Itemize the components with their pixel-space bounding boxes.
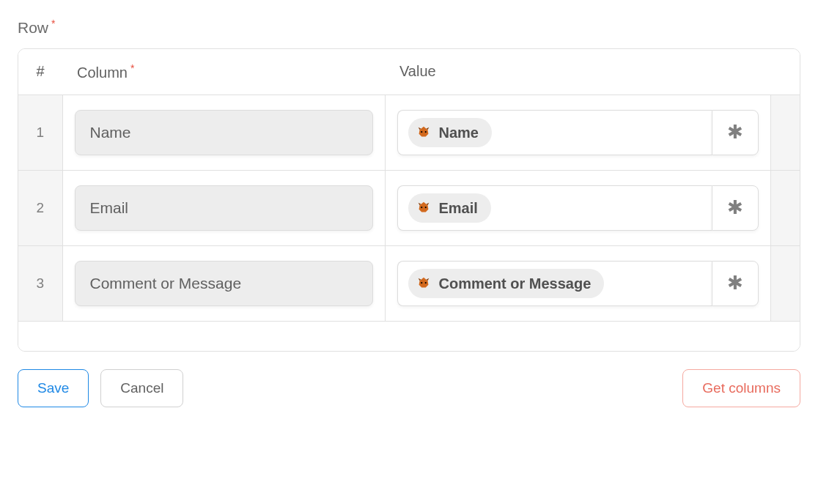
table-footer-spacer [18, 321, 800, 351]
column-input[interactable]: Comment or Message [75, 261, 373, 306]
asterisk-icon: ✱ [727, 272, 743, 294]
right-button-group: Get columns [682, 369, 800, 407]
column-input[interactable]: Name [75, 110, 373, 155]
svg-point-2 [421, 207, 422, 208]
value-options-button[interactable]: ✱ [712, 261, 759, 306]
column-input[interactable]: Email [75, 185, 373, 231]
asterisk-icon: ✱ [727, 121, 743, 144]
value-pill-text: Name [439, 124, 479, 141]
svg-point-4 [421, 282, 422, 284]
header-value: Value [385, 49, 770, 94]
value-options-button[interactable]: ✱ [712, 185, 759, 231]
table-row: 3 Comment or Message Comment or [18, 245, 800, 321]
table-row: 1 Name Name [18, 94, 800, 170]
value-input[interactable]: Email [397, 185, 712, 231]
svg-point-3 [424, 207, 426, 208]
asterisk-icon: ✱ [727, 196, 743, 219]
header-column: Column* [62, 49, 385, 94]
svg-point-5 [424, 282, 426, 284]
value-options-button[interactable]: ✱ [712, 110, 759, 155]
value-pill-text: Email [439, 199, 478, 217]
row-number: 3 [18, 245, 62, 321]
value-input[interactable]: Comment or Message [397, 261, 712, 306]
header-num: # [18, 49, 62, 94]
value-pill[interactable]: Name [408, 118, 492, 147]
left-button-group: Save Cancel [18, 369, 183, 407]
value-pill[interactable]: Comment or Message [408, 269, 605, 298]
svg-point-1 [424, 131, 426, 133]
get-columns-button[interactable]: Get columns [682, 369, 800, 407]
value-pill-text: Comment or Message [439, 275, 592, 292]
row-trail [770, 94, 800, 170]
table-row: 2 Email Email [18, 170, 800, 245]
fox-icon [416, 125, 432, 141]
svg-point-0 [421, 131, 422, 133]
row-trail [770, 245, 800, 321]
section-label: Row* [18, 18, 55, 37]
action-button-row: Save Cancel Get columns [18, 369, 800, 407]
row-table-container: # Column* Value 1 Name [18, 48, 800, 352]
fox-icon [416, 275, 432, 292]
row-number: 1 [18, 94, 62, 170]
required-indicator: * [51, 18, 55, 29]
save-button[interactable]: Save [18, 369, 89, 407]
cancel-button[interactable]: Cancel [100, 369, 183, 407]
row-trail [770, 170, 800, 245]
header-trail [770, 49, 800, 94]
value-pill[interactable]: Email [408, 193, 491, 223]
row-number: 2 [18, 170, 62, 245]
row-table: # Column* Value 1 Name [18, 49, 800, 351]
section-label-text: Row [18, 19, 48, 36]
fox-icon [416, 200, 432, 216]
required-indicator: * [130, 62, 134, 74]
value-input[interactable]: Name [397, 110, 712, 155]
